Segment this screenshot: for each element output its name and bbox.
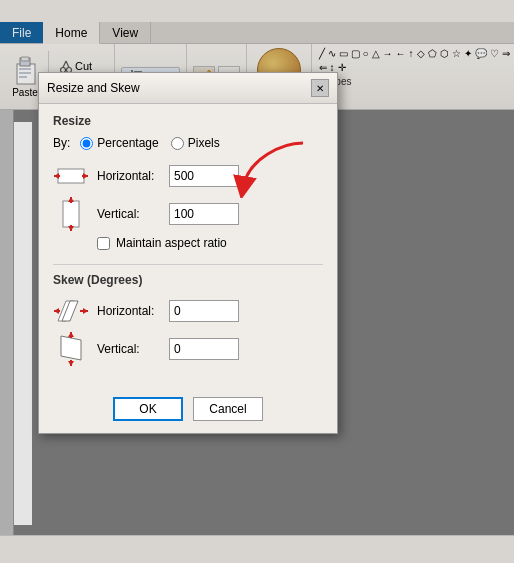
horizontal-input[interactable]: [169, 165, 239, 187]
pixels-radio-label[interactable]: Pixels: [171, 136, 220, 150]
percentage-radio[interactable]: [80, 137, 93, 150]
skew-horizontal-label: Horizontal:: [97, 304, 169, 318]
skew-vertical-row: Vertical:: [53, 333, 323, 365]
vertical-label: Vertical:: [97, 207, 169, 221]
pixels-label: Pixels: [188, 136, 220, 150]
svg-marker-37: [68, 332, 74, 337]
horizontal-resize-row: Horizontal:: [53, 160, 323, 192]
skew-vertical-icon: [53, 333, 89, 365]
resize-skew-dialog: Resize and Skew ✕ Resize By: Percentage …: [38, 72, 338, 434]
by-row: By: Percentage Pixels: [53, 136, 323, 150]
svg-marker-23: [83, 173, 88, 179]
horizontal-resize-icon: [53, 160, 89, 192]
resize-radio-group: Percentage Pixels: [80, 136, 219, 150]
svg-marker-26: [68, 197, 74, 202]
skew-vertical-input[interactable]: [169, 338, 239, 360]
percentage-radio-label[interactable]: Percentage: [80, 136, 158, 150]
resize-section: Resize By: Percentage Pixels: [53, 114, 323, 250]
skew-vertical-label: Vertical:: [97, 342, 169, 356]
percentage-label: Percentage: [97, 136, 158, 150]
horizontal-label: Horizontal:: [97, 169, 169, 183]
ok-button[interactable]: OK: [113, 397, 183, 421]
cancel-button[interactable]: Cancel: [193, 397, 263, 421]
vertical-resize-icon: [53, 198, 89, 230]
skew-horizontal-row: Horizontal:: [53, 295, 323, 327]
by-label: By:: [53, 136, 70, 150]
svg-marker-31: [54, 308, 59, 314]
svg-marker-28: [68, 226, 74, 231]
svg-rect-19: [58, 169, 84, 183]
maintain-aspect-label: Maintain aspect ratio: [116, 236, 227, 250]
skew-horizontal-icon: [53, 295, 89, 327]
dialog-title: Resize and Skew: [47, 81, 140, 95]
dialog-body: Resize By: Percentage Pixels: [39, 104, 337, 389]
maintain-aspect-row: Maintain aspect ratio: [97, 236, 323, 250]
svg-rect-24: [63, 201, 79, 227]
svg-marker-21: [54, 173, 59, 179]
skew-horizontal-input[interactable]: [169, 300, 239, 322]
vertical-input[interactable]: [169, 203, 239, 225]
pixels-radio[interactable]: [171, 137, 184, 150]
svg-marker-35: [61, 336, 81, 360]
vertical-resize-row: Vertical:: [53, 198, 323, 230]
maintain-aspect-checkbox[interactable]: [97, 237, 110, 250]
skew-section-header: Skew (Degrees): [53, 273, 323, 287]
svg-marker-39: [68, 361, 74, 366]
dialog-footer: OK Cancel: [39, 389, 337, 433]
resize-section-header: Resize: [53, 114, 323, 128]
section-divider: [53, 264, 323, 265]
skew-section: Skew (Degrees) Horizontal:: [53, 273, 323, 365]
dialog-close-button[interactable]: ✕: [311, 79, 329, 97]
svg-marker-33: [83, 308, 88, 314]
dialog-titlebar: Resize and Skew ✕: [39, 73, 337, 104]
